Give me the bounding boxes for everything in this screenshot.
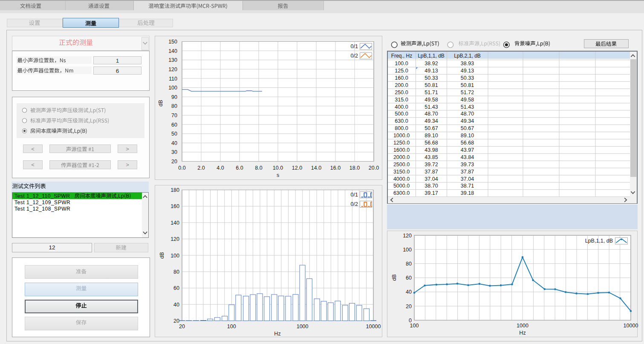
svg-text:80: 80: [171, 103, 177, 109]
svg-text:0.0: 0.0: [178, 165, 185, 171]
svg-text:20.0: 20.0: [369, 165, 379, 171]
svg-text:150: 150: [168, 39, 177, 45]
svg-text:18.0: 18.0: [349, 165, 360, 171]
svg-text:0/1: 0/1: [351, 43, 358, 49]
svg-text:120: 120: [170, 236, 179, 242]
svg-text:16.0: 16.0: [330, 165, 341, 171]
svg-text:10000: 10000: [366, 324, 381, 330]
svg-text:8.0: 8.0: [255, 165, 262, 171]
svg-text:70: 70: [171, 113, 177, 119]
svg-text:140: 140: [168, 48, 177, 54]
svg-text:0/1: 0/1: [351, 192, 358, 198]
svg-text:1000: 1000: [517, 323, 528, 329]
svg-text:100: 100: [410, 323, 419, 329]
svg-text:10.0: 10.0: [273, 165, 283, 171]
svg-text:100: 100: [170, 253, 179, 259]
svg-text:20: 20: [171, 159, 177, 165]
svg-text:0/2: 0/2: [351, 53, 358, 59]
svg-text:10000: 10000: [624, 323, 638, 329]
svg-text:Hz: Hz: [274, 331, 280, 337]
svg-text:30: 30: [171, 149, 177, 155]
svg-text:100: 100: [168, 85, 177, 91]
svg-text:Hz: Hz: [519, 330, 526, 336]
svg-text:40: 40: [171, 140, 177, 146]
svg-text:90: 90: [171, 94, 177, 100]
svg-text:60: 60: [171, 122, 177, 128]
svg-text:130: 130: [168, 57, 177, 63]
svg-text:100: 100: [403, 247, 412, 253]
svg-text:120: 120: [168, 66, 177, 72]
svg-text:40: 40: [173, 302, 179, 308]
svg-text:60: 60: [173, 285, 179, 291]
svg-text:2.0: 2.0: [197, 165, 205, 171]
svg-text:180: 180: [170, 187, 179, 193]
svg-text:s: s: [277, 172, 279, 178]
svg-text:50: 50: [171, 131, 177, 137]
svg-text:120: 120: [403, 233, 412, 239]
svg-text:110: 110: [169, 76, 177, 82]
svg-text:14.0: 14.0: [311, 165, 321, 171]
svg-text:80: 80: [173, 269, 179, 275]
svg-text:40: 40: [406, 289, 412, 295]
svg-text:0/2: 0/2: [351, 201, 358, 207]
svg-text:12.0: 12.0: [292, 165, 302, 171]
svg-text:LpB,1,1, dB: LpB,1,1, dB: [585, 238, 613, 244]
svg-text:1000: 1000: [297, 324, 309, 330]
svg-text:dB: dB: [391, 274, 397, 280]
svg-text:20: 20: [179, 324, 185, 330]
svg-text:140: 140: [170, 220, 179, 226]
svg-text:dB: dB: [158, 100, 164, 106]
svg-text:20: 20: [406, 304, 412, 309]
svg-text:80: 80: [406, 261, 412, 267]
svg-text:dB: dB: [159, 252, 165, 258]
svg-text:20: 20: [173, 318, 179, 324]
svg-text:160: 160: [170, 203, 179, 209]
svg-text:100: 100: [227, 324, 236, 330]
svg-text:60: 60: [406, 275, 412, 281]
svg-text:6.0: 6.0: [236, 165, 243, 171]
svg-text:4.0: 4.0: [217, 165, 224, 171]
